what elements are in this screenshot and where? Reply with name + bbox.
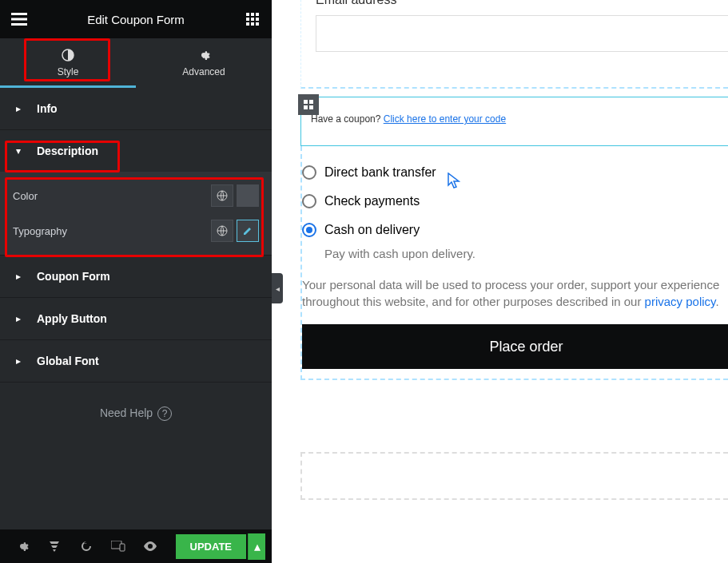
email-field[interactable] [316, 15, 728, 52]
section-global-font[interactable]: ▸ Global Font [0, 340, 272, 382]
gear-icon [197, 49, 210, 63]
sections-panel: ▸ Info ▾ Description Color [0, 88, 272, 529]
editor-sidebar: Edit Coupon Form Style Advanced [0, 0, 272, 563]
privacy-link[interactable]: privacy policy [645, 295, 716, 308]
panel-title: Edit Coupon Form [87, 13, 185, 26]
privacy-text: Your personal data will be used to proce… [302, 276, 728, 310]
empty-section-placeholder[interactable] [300, 452, 728, 500]
svg-rect-7 [251, 22, 254, 26]
widget-drag-handle[interactable] [298, 94, 319, 115]
payment-check[interactable]: Check payments [302, 194, 728, 208]
contrast-icon [62, 49, 74, 63]
section-description[interactable]: ▾ Description [0, 130, 272, 172]
update-dropdown[interactable]: ▴ [248, 533, 265, 560]
tab-advanced[interactable]: Advanced [136, 38, 272, 88]
sidebar-header: Edit Coupon Form [0, 0, 272, 38]
update-button[interactable]: UPDATE [176, 534, 246, 559]
caret-right-icon: ▸ [16, 271, 27, 282]
tabs: Style Advanced [0, 38, 272, 88]
active-tab-indicator [0, 85, 136, 88]
svg-rect-5 [256, 18, 259, 21]
caret-right-icon: ▸ [16, 313, 27, 324]
coupon-toggle-link[interactable]: Click here to enter your code [384, 113, 506, 125]
typography-label: Typography [13, 225, 67, 237]
svg-rect-3 [246, 18, 249, 21]
coupon-widget: Have a coupon? Click here to enter your … [300, 97, 728, 146]
section-info[interactable]: ▸ Info [0, 88, 272, 129]
description-body: Color Typography [0, 172, 272, 255]
sidebar-footer: UPDATE ▴ [0, 529, 272, 563]
svg-rect-8 [256, 22, 259, 26]
svg-rect-13 [120, 544, 125, 551]
svg-rect-2 [256, 13, 259, 16]
color-global-button[interactable] [211, 184, 233, 207]
hamburger-icon[interactable] [10, 10, 29, 29]
svg-rect-6 [246, 22, 249, 26]
apps-icon[interactable] [243, 10, 262, 29]
svg-rect-0 [246, 13, 249, 16]
typography-edit-button[interactable] [237, 220, 259, 242]
responsive-icon[interactable] [102, 529, 134, 563]
payment-cod[interactable]: Cash on delivery [302, 223, 728, 237]
color-label: Color [13, 190, 38, 202]
typography-global-button[interactable] [211, 220, 233, 242]
email-label: Email address * [316, 0, 728, 7]
preview-pane: Email address * + Have a coupon? Click h… [272, 0, 728, 563]
cod-hint: Pay with cash upon delivery. [324, 247, 728, 260]
collapse-sidebar-handle[interactable]: ◂ [272, 273, 283, 303]
need-help[interactable]: Need Help? [0, 383, 272, 421]
color-swatch[interactable] [237, 184, 259, 207]
svg-rect-15 [309, 100, 313, 104]
caret-right-icon: ▸ [16, 103, 27, 114]
navigator-icon[interactable] [38, 529, 70, 563]
radio-icon [302, 223, 316, 237]
email-section: Email address * [300, 0, 728, 89]
section-coupon-form[interactable]: ▸ Coupon Form [0, 256, 272, 297]
tab-style[interactable]: Style [0, 38, 136, 88]
svg-rect-14 [304, 100, 308, 104]
history-icon[interactable] [70, 529, 102, 563]
svg-rect-17 [309, 105, 313, 109]
caret-right-icon: ▸ [16, 355, 27, 367]
settings-icon[interactable] [6, 529, 38, 563]
svg-rect-16 [304, 105, 308, 109]
svg-rect-4 [251, 18, 254, 21]
help-icon: ? [157, 406, 172, 421]
radio-icon [302, 165, 316, 180]
caret-down-icon: ▾ [16, 145, 27, 157]
svg-rect-1 [251, 13, 254, 16]
radio-icon [302, 194, 316, 208]
place-order-button[interactable]: Place order [302, 324, 728, 369]
payment-methods: Direct bank transfer Check payments Cash… [302, 146, 728, 369]
section-apply-button[interactable]: ▸ Apply Button [0, 298, 272, 339]
preview-icon[interactable] [134, 529, 166, 563]
payment-bank[interactable]: Direct bank transfer [302, 165, 728, 180]
